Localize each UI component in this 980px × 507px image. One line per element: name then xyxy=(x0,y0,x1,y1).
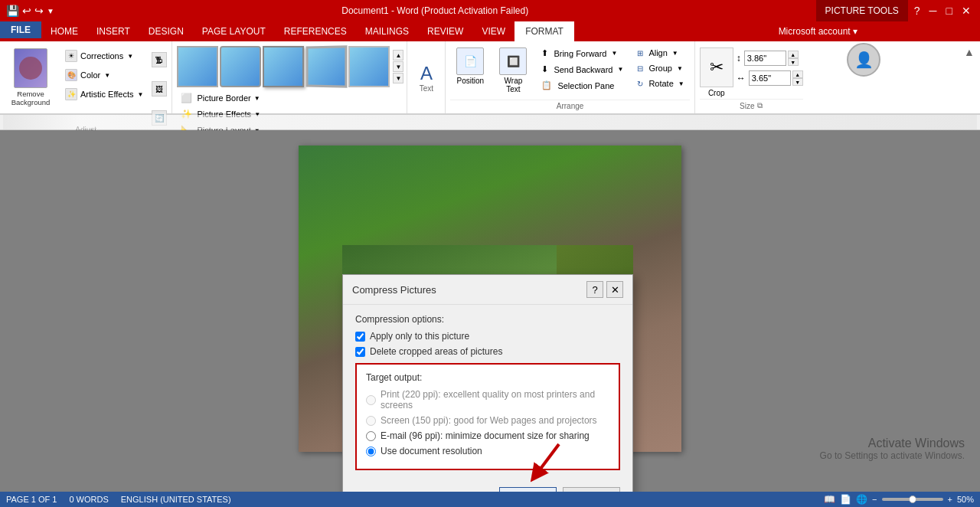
tab-insert[interactable]: INSERT xyxy=(87,21,139,41)
tab-format[interactable]: FORMAT xyxy=(514,21,574,41)
tab-mailings[interactable]: MAILINGS xyxy=(356,21,418,41)
radio-screen-label: Screen (150 ppi): good for Web pages and… xyxy=(381,415,597,426)
compression-options-label: Compression options: xyxy=(355,314,620,325)
selection-pane-button[interactable]: 📋Selection Pane xyxy=(536,78,629,93)
crop-button[interactable]: ✂ xyxy=(700,47,733,87)
checkbox-row-2: Delete cropped areas of pictures xyxy=(355,346,620,357)
remove-background-label: Remove Background xyxy=(8,90,53,107)
radio-print-input[interactable] xyxy=(366,395,376,405)
crop-label: Crop xyxy=(708,89,725,97)
picture-border-button[interactable]: ⬜Picture Border ▼ xyxy=(175,90,403,106)
help-icon[interactable]: ? xyxy=(911,5,923,17)
page-info: PAGE 1 OF 1 xyxy=(6,495,57,504)
target-output-section: Target output: Print (220 ppi): excellen… xyxy=(355,363,620,470)
picture-style-4[interactable] xyxy=(306,45,348,87)
gallery-scroll-up[interactable]: ▲ xyxy=(393,50,403,61)
color-label: Color xyxy=(80,70,100,80)
picture-style-5[interactable] xyxy=(348,46,390,87)
size-group-label: Size ⧉ xyxy=(700,99,803,110)
radio-email-input[interactable] xyxy=(366,431,376,441)
rotate-button[interactable]: ↻Rotate ▼ xyxy=(632,77,689,90)
artistic-effects-button[interactable]: ✨ Artistic Effects ▼ xyxy=(60,86,149,103)
size-expand[interactable]: ⧉ xyxy=(757,101,763,110)
apply-only-checkbox[interactable] xyxy=(355,332,365,342)
tab-file[interactable]: FILE xyxy=(0,21,41,38)
group-button[interactable]: ⊟Group ▼ xyxy=(632,61,689,75)
width-increment[interactable]: ▲ xyxy=(792,70,803,78)
remove-background-button[interactable]: Remove Background xyxy=(5,44,57,111)
zoom-in-icon[interactable]: + xyxy=(948,495,952,504)
tab-review[interactable]: REVIEW xyxy=(418,21,472,41)
svg-line-1 xyxy=(536,444,559,475)
radio-print: Print (220 ppi): excellent quality on mo… xyxy=(366,389,609,411)
gallery-scroll-down[interactable]: ▼ xyxy=(393,61,403,72)
web-layout-icon[interactable]: 🌐 xyxy=(856,494,867,505)
width-input[interactable] xyxy=(749,70,791,86)
user-avatar: 👤 xyxy=(854,51,874,69)
activate-line2: Go to Settings to activate Windows. xyxy=(820,450,965,461)
status-bar: PAGE 1 OF 1 0 WORDS ENGLISH (UNITED STAT… xyxy=(0,492,980,507)
height-increment[interactable]: ▲ xyxy=(788,51,799,58)
maximize-icon[interactable]: □ xyxy=(943,5,956,17)
dialog-titlebar: Compress Pictures ? ✕ xyxy=(343,275,632,305)
microsoft-account-label[interactable]: Microsoft account ▾ xyxy=(779,26,858,37)
tab-home[interactable]: HOME xyxy=(41,21,87,41)
corrections-button[interactable]: ☀ Corrections ▼ xyxy=(60,47,149,64)
height-decrement[interactable]: ▼ xyxy=(788,58,799,66)
zoom-out-icon[interactable]: − xyxy=(872,495,877,504)
width-decrement[interactable]: ▼ xyxy=(792,78,803,86)
ribbon: Remove Background ☀ Corrections ▼ 🎨 Colo… xyxy=(0,41,980,115)
close-icon[interactable]: ✕ xyxy=(959,5,974,17)
undo-icon[interactable]: ↩ xyxy=(22,5,31,17)
change-picture-button[interactable]: 🖼 xyxy=(152,81,167,96)
height-input[interactable] xyxy=(744,51,786,66)
picture-style-1[interactable] xyxy=(177,46,218,87)
bring-forward-button[interactable]: ⬆Bring Forward ▼ xyxy=(536,46,629,61)
artistic-effects-label: Artistic Effects xyxy=(80,90,133,99)
minimize-icon[interactable]: ─ xyxy=(926,5,940,17)
title-bar: 💾 ↩ ↪ ▼ Document1 - Word (Product Activa… xyxy=(0,0,980,21)
picture-style-2[interactable] xyxy=(220,46,261,87)
delete-cropped-label: Delete cropped areas of pictures xyxy=(370,346,502,357)
position-button[interactable]: 📄 Position xyxy=(450,44,490,88)
gallery-more[interactable]: ▼ xyxy=(393,73,403,83)
target-output-label: Target output: xyxy=(366,372,609,383)
color-button[interactable]: 🎨 Color ▼ xyxy=(60,67,149,83)
radio-screen-input[interactable] xyxy=(366,416,376,426)
tab-references[interactable]: REFERENCES xyxy=(275,21,356,41)
radio-print-label: Print (220 ppi): excellent quality on mo… xyxy=(381,389,609,411)
radio-screen: Screen (150 ppi): good for Web pages and… xyxy=(366,415,609,426)
picture-style-3[interactable] xyxy=(263,46,304,87)
compress-pictures-button[interactable]: 🗜 xyxy=(152,52,167,67)
redo-icon[interactable]: ↪ xyxy=(34,5,44,17)
word-count: 0 WORDS xyxy=(69,495,108,504)
send-backward-button[interactable]: ⬇Send Backward ▼ xyxy=(536,62,629,77)
read-mode-icon[interactable]: 📖 xyxy=(824,494,835,505)
save-icon[interactable]: 💾 xyxy=(6,5,19,17)
dialog-help-button[interactable]: ? xyxy=(586,281,603,298)
arrange-group-label: Arrange xyxy=(450,100,689,110)
delete-cropped-checkbox[interactable] xyxy=(355,347,365,357)
tab-view[interactable]: VIEW xyxy=(472,21,514,41)
align-button[interactable]: ⊞Align ▼ xyxy=(632,46,689,60)
collapse-ribbon-button[interactable]: ▲ xyxy=(962,44,977,60)
radio-docres-input[interactable] xyxy=(366,446,376,456)
width-icon: ↔ xyxy=(737,73,746,83)
tab-page-layout[interactable]: PAGE LAYOUT xyxy=(193,21,275,41)
radio-docres-label: Use document resolution xyxy=(381,446,482,456)
quick-access-toolbar[interactable]: 💾 ↩ ↪ ▼ xyxy=(6,5,54,17)
text-icon[interactable]: A xyxy=(420,63,433,84)
tab-design[interactable]: DESIGN xyxy=(139,21,193,41)
activate-windows-watermark: Activate Windows Go to Settings to activ… xyxy=(820,437,965,461)
print-layout-icon[interactable]: 📄 xyxy=(840,494,851,505)
customize-icon[interactable]: ▼ xyxy=(47,7,54,15)
zoom-slider[interactable] xyxy=(882,498,943,501)
wrap-text-button[interactable]: 🔲 WrapText xyxy=(493,44,533,96)
document-title: Document1 - Word (Product Activation Fai… xyxy=(54,5,816,16)
ribbon-tabs: FILE HOME INSERT DESIGN PAGE LAYOUT REFE… xyxy=(0,21,980,41)
zoom-level: 50% xyxy=(957,495,974,504)
dialog-buttons: OK Cancel xyxy=(343,479,632,492)
document-area: Activate Windows Go to Settings to activ… xyxy=(0,130,980,492)
language: ENGLISH (UNITED STATES) xyxy=(121,495,231,504)
dialog-close-button[interactable]: ✕ xyxy=(606,281,623,298)
